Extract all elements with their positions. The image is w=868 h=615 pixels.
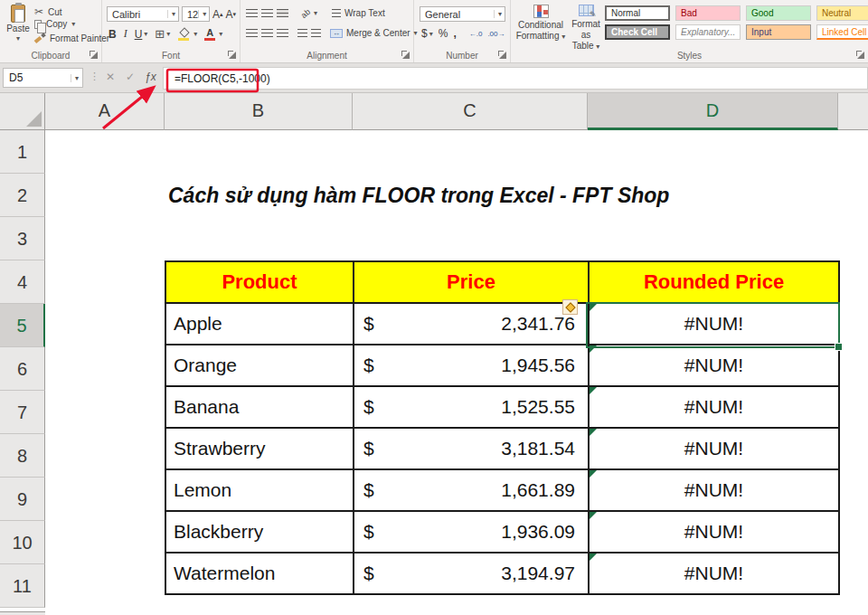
font-color-dropdown-icon[interactable]: ▾	[219, 30, 222, 38]
name-box[interactable]: D5 ▾	[3, 68, 83, 88]
fill-color-dropdown-icon[interactable]: ▾	[193, 30, 197, 38]
copy-button[interactable]: Copy ▾	[34, 19, 75, 29]
conditional-formatting-button[interactable]: Conditional Formatting ▾	[514, 5, 567, 43]
alignment-dialog-launcher-icon[interactable]	[401, 51, 410, 59]
cell-price[interactable]: $1,945.56	[354, 345, 589, 386]
increase-decimal-icon[interactable]: ←.0	[469, 30, 483, 38]
cell-rounded[interactable]: #NUM!	[589, 511, 839, 553]
clipboard-dialog-launcher-icon[interactable]	[90, 51, 98, 59]
column-header-d[interactable]: D	[588, 93, 838, 130]
underline-dropdown-icon[interactable]: ▾	[144, 30, 147, 38]
cell-rounded[interactable]: #NUM!	[589, 553, 839, 594]
comma-style-button[interactable]: ,	[453, 27, 456, 40]
align-right-icon[interactable]	[277, 29, 288, 37]
style-chip-neutral[interactable]: Neutral	[816, 5, 868, 21]
style-chip-good[interactable]: Good	[746, 5, 811, 21]
align-left-icon[interactable]	[246, 29, 258, 37]
cell-product[interactable]: Strawberry	[165, 428, 354, 469]
wrap-text-button[interactable]: Wrap Text	[344, 8, 385, 18]
row-header-4[interactable]: 4	[0, 260, 45, 304]
align-bottom-icon[interactable]	[277, 9, 288, 17]
orientation-icon[interactable]: ab	[299, 6, 312, 19]
cell-product[interactable]: Blackberry	[165, 511, 354, 553]
style-chip-explanatory[interactable]: Explanatory...	[675, 24, 741, 40]
column-header-b[interactable]: B	[165, 93, 353, 130]
name-box-dropdown-icon[interactable]: ▾	[71, 74, 82, 82]
format-painter-button[interactable]: Format Painter	[34, 33, 109, 43]
underline-button[interactable]: U	[135, 28, 143, 41]
paste-button[interactable]: Paste ▾	[5, 5, 32, 43]
header-product[interactable]: Product	[165, 261, 354, 303]
style-chip-check-cell[interactable]: Check Cell	[605, 24, 670, 40]
font-family-select[interactable]: Calibri ▾	[107, 6, 179, 22]
insert-function-icon[interactable]: ƒx	[145, 71, 156, 83]
style-chip-linked-cell[interactable]: Linked Cell	[816, 24, 868, 40]
row-header-2[interactable]: 2	[0, 174, 45, 217]
number-format-select[interactable]: General ▾	[420, 6, 505, 22]
number-dialog-launcher-icon[interactable]	[498, 51, 506, 59]
enter-button[interactable]: ✓	[126, 71, 135, 83]
row-header-8[interactable]: 8	[0, 434, 45, 478]
align-top-icon[interactable]	[246, 9, 258, 17]
cell-price[interactable]: $2,341.76	[354, 303, 589, 345]
borders-dropdown-icon[interactable]: ▾	[166, 30, 170, 38]
copy-dropdown-icon[interactable]: ▾	[71, 20, 75, 28]
row-header-9[interactable]: 9	[0, 478, 45, 521]
cell-product[interactable]: Orange	[165, 345, 354, 386]
accounting-dropdown-icon[interactable]: ▾	[429, 30, 433, 38]
cell-price[interactable]: $3,181.54	[354, 428, 589, 469]
cancel-button[interactable]: ✕	[106, 71, 115, 83]
paste-dropdown-icon[interactable]: ▾	[16, 34, 20, 43]
row-header-5[interactable]: 5	[0, 304, 45, 347]
style-chip-normal[interactable]: Normal	[605, 5, 670, 21]
row-header-7[interactable]: 7	[0, 391, 45, 434]
row-header-11[interactable]: 11	[0, 564, 45, 608]
format-as-table-button[interactable]: Format as Table ▾	[567, 5, 605, 52]
align-middle-icon[interactable]	[261, 9, 273, 17]
cut-button[interactable]: ✂ Cut	[34, 5, 62, 18]
cell-product[interactable]: Banana	[165, 386, 354, 428]
header-rounded-price[interactable]: Rounded Price	[589, 261, 839, 303]
style-chip-bad[interactable]: Bad	[675, 5, 741, 21]
cell-rounded[interactable]: #NUM!	[589, 386, 839, 428]
percent-style-button[interactable]: %	[439, 27, 448, 40]
header-price[interactable]: Price	[354, 261, 589, 303]
shrink-font-button[interactable]: A▾	[226, 8, 237, 21]
decrease-indent-icon[interactable]	[297, 29, 307, 37]
error-options-icon[interactable]	[562, 299, 578, 315]
cell-rounded[interactable]: #NUM!	[589, 428, 839, 469]
row-header-3[interactable]: 3	[0, 217, 45, 260]
increase-indent-icon[interactable]	[311, 29, 321, 37]
row-header-10[interactable]: 10	[0, 521, 45, 564]
row-header-6[interactable]: 6	[0, 347, 45, 391]
cell-product[interactable]: Apple	[165, 303, 354, 345]
font-size-select[interactable]: 12 ▾	[182, 6, 210, 22]
select-all-corner[interactable]	[0, 93, 45, 130]
column-header-a[interactable]: A	[45, 93, 165, 130]
accounting-format-button[interactable]: $	[421, 27, 428, 40]
cell-product[interactable]: Lemon	[165, 469, 354, 511]
bold-button[interactable]: B	[108, 28, 117, 41]
align-center-icon[interactable]	[261, 29, 273, 37]
cell-price[interactable]: $3,194.97	[354, 553, 589, 594]
row-header-1[interactable]: 1	[0, 130, 45, 174]
cell-rounded[interactable]: #NUM!	[589, 303, 839, 345]
cell-price[interactable]: $1,661.89	[354, 469, 589, 511]
font-color-button[interactable]: A	[204, 28, 215, 41]
borders-icon[interactable]: ⊞	[155, 29, 165, 40]
merge-center-button[interactable]: Merge & Center	[346, 28, 410, 38]
grow-font-button[interactable]: A▴	[212, 8, 223, 21]
font-dialog-launcher-icon[interactable]	[228, 51, 236, 59]
cell-product[interactable]: Watermelon	[165, 553, 354, 594]
cell-price[interactable]: $1,525.55	[354, 386, 589, 428]
cell-rounded[interactable]: #NUM!	[589, 345, 839, 386]
style-chip-input[interactable]: Input	[746, 24, 811, 40]
column-header-c[interactable]: C	[353, 93, 588, 130]
formula-input[interactable]: =FLOOR(C5,-1000)	[163, 67, 868, 90]
decrease-decimal-icon[interactable]: .00→	[487, 30, 505, 38]
italic-button[interactable]: I	[124, 27, 127, 41]
cell-price[interactable]: $1,936.09	[354, 511, 589, 553]
fill-color-icon[interactable]	[177, 28, 190, 41]
styles-dialog-launcher-icon[interactable]	[856, 51, 864, 59]
orientation-dropdown-icon[interactable]: ▾	[314, 9, 317, 17]
